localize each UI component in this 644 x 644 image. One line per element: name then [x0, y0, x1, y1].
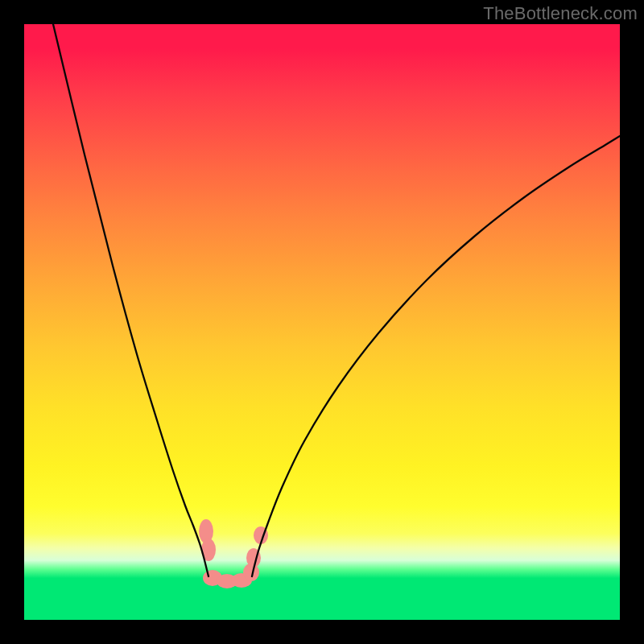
chart-svg — [24, 24, 620, 620]
watermark-text: TheBottleneck.com — [483, 3, 638, 24]
curve-layer — [53, 24, 620, 576]
chart-plot-area — [24, 24, 620, 620]
series-left-curve — [53, 24, 208, 576]
series-right-curve — [252, 136, 620, 576]
chart-frame: TheBottleneck.com — [0, 0, 644, 644]
